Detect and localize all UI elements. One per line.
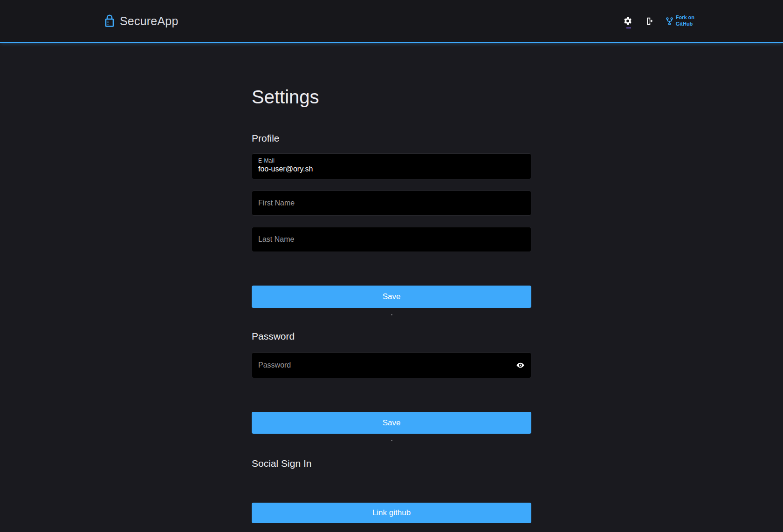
password-heading: Password [252, 331, 531, 342]
link-github-button[interactable]: Link github [252, 503, 531, 523]
header-actions: Fork on GitHub [622, 14, 694, 27]
logout-icon [645, 16, 654, 26]
gear-icon [623, 16, 632, 26]
app-title: SecureApp [120, 14, 179, 28]
git-fork-icon [666, 17, 673, 26]
fork-on-github-link[interactable]: Fork on GitHub [666, 14, 694, 27]
email-field-label: E-Mail [258, 157, 525, 164]
eye-icon [516, 361, 525, 370]
lock-icon [104, 14, 115, 27]
email-input[interactable] [258, 165, 525, 173]
settings-button[interactable] [622, 15, 633, 27]
app-logo[interactable]: SecureApp [104, 14, 179, 28]
email-field[interactable]: E-Mail [252, 153, 531, 179]
password-input[interactable] [252, 352, 531, 378]
form-message-dot [391, 440, 392, 441]
social-sign-in-heading: Social Sign In [252, 458, 531, 469]
page-title: Settings [252, 87, 531, 108]
password-save-button[interactable]: Save [252, 412, 531, 434]
toggle-password-visibility-button[interactable] [516, 361, 525, 370]
form-message-dot [391, 314, 392, 315]
settings-content: Settings Profile E-Mail Save Password Sa… [252, 87, 531, 523]
profile-save-button[interactable]: Save [252, 286, 531, 308]
last-name-input[interactable] [252, 227, 531, 252]
cursor-dash [626, 27, 631, 28]
app-header: SecureApp [0, 0, 783, 43]
logout-button[interactable] [644, 15, 655, 27]
profile-heading: Profile [252, 133, 531, 144]
fork-link-label: Fork on GitHub [676, 14, 694, 27]
first-name-input[interactable] [252, 191, 531, 216]
password-field [252, 352, 531, 378]
